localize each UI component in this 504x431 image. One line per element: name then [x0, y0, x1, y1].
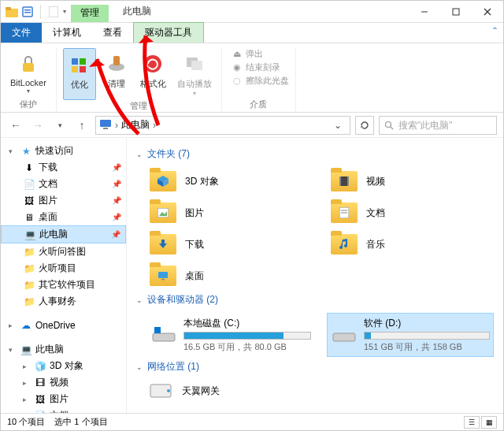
svg-rect-7: [453, 9, 459, 15]
folder-icon: [6, 6, 18, 18]
chevron-down-icon: ⌄: [136, 150, 143, 158]
sidebar-item-videos[interactable]: ▸🎞视频: [1, 374, 126, 391]
folder-3dobjects[interactable]: 3D 对象: [147, 167, 313, 195]
forward-button[interactable]: →: [29, 117, 46, 134]
section-folders-header[interactable]: ⌄ 文件夹 (7): [136, 147, 494, 161]
folder-pictures[interactable]: 图片: [147, 199, 313, 227]
eject-button[interactable]: ⏏弹出: [232, 48, 289, 60]
folder-downloads[interactable]: 下载: [147, 230, 313, 258]
content-pane[interactable]: ⌄ 文件夹 (7) 3D 对象 视频 图片 文档 下载 音乐 桌面 ⌄ 设备和驱…: [127, 138, 503, 414]
properties-icon[interactable]: [21, 6, 34, 18]
search-box[interactable]: [379, 116, 497, 135]
sidebar-label: 此电脑: [39, 228, 68, 241]
view-details-button[interactable]: ☰: [464, 416, 480, 429]
sidebar-label: 图片: [39, 194, 57, 207]
svg-rect-31: [347, 176, 349, 186]
navigation-pane[interactable]: ▾ ★ 快速访问 ⬇下载📌 📄文档📌 🖼图片📌 🖥桌面📌 💻此电脑📌 📁火听问答…: [1, 138, 127, 414]
finish-burn-button[interactable]: ◉结束刻录: [232, 61, 289, 73]
autoplay-button[interactable]: 自动播放 ▾: [174, 48, 215, 100]
titlebar: ▾ 管理 此电脑: [1, 1, 503, 23]
folder-documents[interactable]: 文档: [328, 199, 494, 227]
sidebar-item-folder[interactable]: 📁火听项目: [1, 260, 126, 277]
up-button[interactable]: ↑: [73, 117, 91, 134]
sidebar-item-this-pc[interactable]: 💻此电脑📌: [1, 225, 126, 243]
recent-locations-button[interactable]: ▾: [51, 117, 69, 134]
svg-rect-40: [153, 333, 175, 341]
sidebar-item-desktop[interactable]: 🖥桌面📌: [1, 209, 126, 225]
ribbon-collapse-icon[interactable]: ˆ: [493, 26, 497, 39]
breadcrumb-dropdown-icon[interactable]: ⌄: [329, 120, 346, 131]
sidebar-item-folder[interactable]: 📁火听问答图: [1, 243, 126, 260]
sidebar-item-folder[interactable]: 📁其它软件项目: [1, 277, 126, 293]
sidebar-item-folder[interactable]: 📁人事财务: [1, 293, 126, 310]
picture-icon: 🖼: [34, 393, 46, 406]
maximize-button[interactable]: [440, 1, 472, 23]
optimize-icon: [67, 52, 92, 77]
sidebar-label: 视频: [50, 376, 69, 389]
back-button[interactable]: ←: [7, 117, 24, 134]
format-button[interactable]: 格式化: [137, 48, 169, 100]
network-gateway[interactable]: 天翼网关: [147, 380, 494, 402]
qat-dropdown-icon[interactable]: ▾: [63, 8, 66, 15]
drive-tools-context-tab[interactable]: 管理: [71, 5, 109, 22]
optimize-label: 优化: [71, 79, 88, 91]
burn-icon: ◉: [232, 62, 243, 73]
sidebar-item-documents[interactable]: 📄文档📌: [1, 176, 126, 192]
svg-point-17: [144, 55, 161, 72]
drive-icon: [150, 324, 177, 346]
cloud-icon: ☁: [20, 319, 32, 332]
folder-label: 图片: [185, 206, 204, 220]
pin-icon: 📌: [112, 213, 121, 221]
search-input[interactable]: [398, 120, 491, 131]
bitlocker-button[interactable]: BitLocker ▾: [7, 48, 50, 98]
sidebar-item-downloads[interactable]: ⬇下载📌: [1, 159, 126, 176]
folder-icon: 📁: [23, 295, 35, 308]
ribbon-group-media: ⏏弹出 ◉结束刻录 ◌擦除此光盘 介质: [222, 48, 296, 112]
drive-d-label: 软件 (D:): [364, 317, 490, 330]
sidebar-item-this-pc-root[interactable]: ▾💻此电脑: [1, 341, 126, 358]
tab-drive-tools[interactable]: 驱动器工具: [133, 22, 204, 43]
bitlocker-label: BitLocker: [10, 78, 46, 87]
folder-label: 视频: [366, 175, 385, 188]
minimize-button[interactable]: [409, 1, 440, 23]
lock-icon: [16, 51, 41, 76]
drive-c-free-text: 16.5 GB 可用，共 80.0 GB: [183, 341, 311, 353]
erase-disc-button[interactable]: ◌擦除此光盘: [232, 75, 289, 87]
svg-point-24: [386, 121, 391, 127]
breadcrumb-location[interactable]: 此电脑: [121, 118, 150, 132]
document-icon: 📄: [23, 178, 35, 191]
svg-rect-30: [339, 176, 341, 186]
folder-videos[interactable]: 视频: [328, 167, 494, 195]
cleanup-button[interactable]: 清理: [101, 48, 132, 100]
drive-d[interactable]: 软件 (D:) 151 GB 可用，共 158 GB: [327, 313, 494, 357]
folder-desktop[interactable]: 桌面: [147, 262, 313, 290]
close-button[interactable]: [472, 1, 503, 23]
divider: [40, 5, 41, 19]
sidebar-item-onedrive[interactable]: ▸☁OneDrive: [1, 318, 126, 333]
chevron-down-icon: ⌄: [136, 363, 143, 371]
svg-rect-12: [80, 58, 86, 65]
svg-rect-21: [100, 120, 111, 127]
cube-icon: [149, 169, 177, 194]
tab-file[interactable]: 文件: [1, 23, 42, 43]
section-network-header[interactable]: ⌄ 网络位置 (1): [136, 360, 494, 373]
refresh-button[interactable]: [355, 116, 374, 135]
breadcrumb[interactable]: › 此电脑 › ⌄: [95, 116, 350, 135]
sidebar-item-pictures[interactable]: ▸🖼图片: [1, 391, 126, 407]
optimize-button[interactable]: 优化: [63, 48, 96, 100]
drive-c-usage-bar: [183, 332, 311, 340]
drive-c[interactable]: 本地磁盘 (C:) 16.5 GB 可用，共 80.0 GB: [147, 313, 314, 357]
this-pc-icon: 💻: [20, 344, 32, 356]
folder-music[interactable]: 音乐: [328, 230, 494, 258]
tab-computer[interactable]: 计算机: [42, 23, 92, 43]
pin-icon: 📌: [112, 180, 121, 188]
sidebar-item-quick-access[interactable]: ▾ ★ 快速访问: [1, 143, 126, 159]
view-thumbnails-button[interactable]: ▦: [481, 416, 497, 429]
svg-rect-10: [23, 63, 34, 72]
tab-view[interactable]: 查看: [92, 23, 133, 43]
sidebar-item-pictures[interactable]: 🖼图片📌: [1, 192, 126, 209]
sidebar-item-3dobjects[interactable]: ▸🧊3D 对象: [1, 358, 126, 374]
music-icon: [330, 232, 358, 257]
section-devices-header[interactable]: ⌄ 设备和驱动器 (2): [136, 293, 494, 307]
ribbon-group-manage: 优化 清理 格式化 自动播放 ▾ 管理: [57, 48, 222, 112]
